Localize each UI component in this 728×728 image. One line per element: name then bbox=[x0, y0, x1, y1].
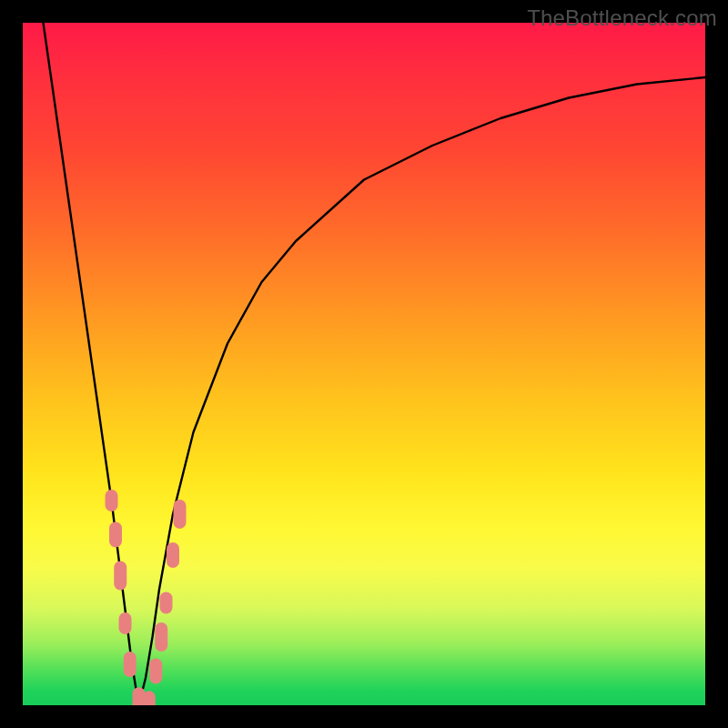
curve-marker bbox=[160, 592, 173, 614]
curve-marker bbox=[106, 490, 118, 511]
curve-marker bbox=[149, 659, 162, 684]
bottleneck-curve bbox=[44, 23, 706, 705]
curve-marker bbox=[114, 561, 126, 591]
curve-marker bbox=[174, 500, 187, 529]
chart-frame: TheBottleneck.com bbox=[0, 0, 728, 728]
plot-area bbox=[23, 23, 705, 705]
curve-layer bbox=[23, 23, 705, 705]
curve-marker bbox=[143, 691, 156, 705]
watermark-text: TheBottleneck.com bbox=[527, 5, 717, 31]
curve-marker bbox=[119, 612, 132, 634]
curve-marker bbox=[155, 622, 167, 652]
curve-marker bbox=[109, 522, 122, 548]
curve-marker bbox=[124, 652, 136, 677]
curve-marker bbox=[167, 542, 179, 568]
